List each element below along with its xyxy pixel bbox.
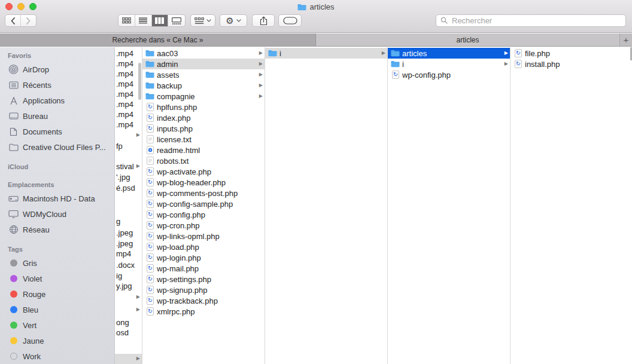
file-row-partial[interactable]: ong bbox=[115, 317, 142, 328]
file-row-file-php[interactable]: ↻file.php bbox=[511, 48, 632, 59]
sidebar-item-violet[interactable]: Violet bbox=[0, 271, 114, 286]
sidebar-item-vert[interactable]: Vert bbox=[0, 317, 114, 333]
file-name: wp-config-sample.php bbox=[157, 200, 263, 209]
search-input[interactable] bbox=[451, 16, 621, 26]
file-row-wp-cron-php[interactable]: ↻wp-cron.php bbox=[142, 220, 265, 231]
sidebar-item-documents[interactable]: Documents bbox=[0, 124, 114, 139]
file-row-articles[interactable]: articles▶ bbox=[388, 48, 510, 59]
sidebar-item-r-seau[interactable]: Réseau bbox=[0, 222, 114, 237]
file-row-install-php[interactable]: ↻install.php bbox=[511, 59, 632, 69]
file-row-wp-signup-php[interactable]: ↻wp-signup.php bbox=[142, 285, 265, 295]
search-field[interactable] bbox=[436, 14, 626, 27]
tag-button[interactable] bbox=[278, 14, 302, 27]
file-row-partial[interactable]: g bbox=[115, 216, 142, 227]
file-row-partial[interactable]: fp bbox=[115, 141, 142, 151]
file-row-partial[interactable]: ▶ bbox=[115, 292, 142, 302]
sidebar-item-creative-cloud-files-p[interactable]: Creative Cloud Files P... bbox=[0, 139, 114, 155]
file-row-partial[interactable]: .mp4 bbox=[115, 99, 142, 109]
sidebar-item-bleu[interactable]: Bleu bbox=[0, 302, 114, 317]
file-row-wp-config-php[interactable]: ↻wp-config.php bbox=[142, 209, 265, 220]
file-row-partial[interactable]: stival▶ bbox=[115, 161, 142, 172]
file-row-backup[interactable]: backup▶ bbox=[142, 80, 265, 91]
file-row-wp-comments-post-php[interactable]: ↻wp-comments-post.php bbox=[142, 188, 265, 198]
file-row-wp-config-sample-php[interactable]: ↻wp-config-sample.php bbox=[142, 198, 265, 209]
action-button[interactable]: ⚙ bbox=[220, 14, 247, 27]
file-row-partial[interactable]: ▶ bbox=[115, 130, 142, 140]
file-row-partial[interactable]: .jpeg bbox=[115, 228, 142, 238]
file-row-wp-links-opml-php[interactable]: ↻wp-links-opml.php bbox=[142, 231, 265, 241]
icon-view-icon bbox=[122, 17, 131, 24]
gallery-view-button[interactable] bbox=[168, 15, 185, 26]
file-row-inputs-php[interactable]: ↻inputs.php bbox=[142, 123, 265, 134]
file-row-wp-config-php[interactable]: ↻wp-config.php bbox=[388, 69, 510, 80]
file-row-partial[interactable]: .mp4 bbox=[115, 59, 142, 69]
file-row-partial[interactable]: mp4 bbox=[115, 249, 142, 259]
svg-text:↻: ↻ bbox=[147, 168, 152, 175]
file-row-readme-html[interactable]: readme.html bbox=[142, 145, 265, 155]
file-column-4: articles▶i▶↻wp-config.php bbox=[388, 47, 511, 364]
file-row-license-txt[interactable]: license.txt bbox=[142, 134, 265, 145]
file-row-assets[interactable]: assets▶ bbox=[142, 69, 265, 80]
file-row-wp-activate-php[interactable]: ↻wp-activate.php bbox=[142, 166, 265, 177]
file-row-partial[interactable]: .mp4 bbox=[115, 79, 142, 89]
file-row-partial[interactable]: .mp4 bbox=[115, 120, 142, 130]
file-row-xmlrpc-php[interactable]: ↻xmlrpc.php bbox=[142, 306, 265, 317]
file-row-partial[interactable]: y.jpg bbox=[115, 281, 142, 291]
list-view-icon bbox=[139, 17, 147, 24]
file-row-wp-blog-header-php[interactable]: ↻wp-blog-header.php bbox=[142, 177, 265, 188]
add-scope-button[interactable]: + bbox=[619, 33, 632, 46]
list-view-button[interactable] bbox=[135, 15, 152, 26]
file-row-partial[interactable]: .mp4 bbox=[115, 69, 142, 79]
scope-tab-this-mac[interactable]: Recherche dans « Ce Mac » bbox=[0, 33, 316, 46]
file-row-compagnie[interactable]: compagnie▶ bbox=[142, 91, 265, 102]
file-name: admin bbox=[157, 60, 257, 69]
sidebar-item-work[interactable]: Work bbox=[0, 348, 114, 364]
php-file-icon: ↻ bbox=[145, 243, 154, 251]
file-row-i[interactable]: i▶ bbox=[265, 48, 387, 59]
sidebar-item-gris[interactable]: Gris bbox=[0, 255, 114, 271]
file-row-robots-txt[interactable]: robots.txt bbox=[142, 155, 265, 166]
file-name: stival bbox=[116, 161, 134, 172]
file-row-partial[interactable]: .mp4 bbox=[115, 109, 142, 120]
scope-tab-articles[interactable]: articles bbox=[316, 33, 619, 46]
group-button[interactable] bbox=[190, 14, 215, 27]
document-icon bbox=[8, 127, 19, 136]
icon-view-button[interactable] bbox=[118, 15, 135, 26]
file-row-wp-settings-php[interactable]: ↻wp-settings.php bbox=[142, 274, 265, 285]
file-name: .mp4 bbox=[116, 79, 133, 89]
folder-icon bbox=[145, 82, 154, 89]
disclosure-arrow-icon: ▶ bbox=[257, 62, 263, 66]
file-row-index-php[interactable]: ↻index.php bbox=[142, 112, 265, 123]
sidebar-item-r-cents[interactable]: Récents bbox=[0, 77, 114, 93]
file-row-hplfuns-php[interactable]: ↻hplfuns.php bbox=[142, 102, 265, 112]
file-row-wp-mail-php[interactable]: ↻wp-mail.php bbox=[142, 263, 265, 274]
file-row-wp-load-php[interactable]: ↻wp-load.php bbox=[142, 241, 265, 252]
file-row-partial[interactable]: '.jpg bbox=[115, 172, 142, 182]
file-row-aac03[interactable]: aac03▶ bbox=[142, 48, 265, 59]
file-row-admin[interactable]: admin▶ bbox=[142, 59, 265, 69]
file-row-partial[interactable]: .mp4 bbox=[115, 89, 142, 99]
column-view-button[interactable] bbox=[152, 15, 169, 26]
sidebar-item-bureau[interactable]: Bureau bbox=[0, 108, 114, 124]
file-row-partial[interactable]: ig bbox=[115, 271, 142, 281]
share-button[interactable] bbox=[252, 14, 275, 27]
file-row-partial[interactable]: .jpeg bbox=[115, 238, 142, 249]
file-row-partial[interactable]: ▶ bbox=[115, 305, 142, 315]
file-row-partial[interactable]: é.psd bbox=[115, 183, 142, 193]
file-row-wp-login-php[interactable]: ↻wp-login.php bbox=[142, 252, 265, 263]
file-row-partial[interactable]: .docx bbox=[115, 260, 142, 270]
php-file-icon: ↻ bbox=[145, 124, 154, 133]
file-row-partial[interactable]: ▶ bbox=[115, 354, 142, 364]
forward-button[interactable] bbox=[21, 15, 36, 26]
sidebar-item-applications[interactable]: Applications bbox=[0, 93, 114, 108]
file-row-partial[interactable]: .mp4 bbox=[115, 48, 142, 59]
sidebar-item-jaune[interactable]: Jaune bbox=[0, 333, 114, 348]
sidebar-item-macintosh-hd-data[interactable]: Macintosh HD - Data bbox=[0, 191, 114, 206]
sidebar-item-wdmycloud[interactable]: WDMyCloud bbox=[0, 206, 114, 222]
file-row-i[interactable]: i▶ bbox=[388, 59, 510, 69]
file-row-wp-trackback-php[interactable]: ↻wp-trackback.php bbox=[142, 295, 265, 306]
back-button[interactable] bbox=[5, 15, 20, 26]
sidebar-item-rouge[interactable]: Rouge bbox=[0, 286, 114, 302]
file-row-partial[interactable]: osd bbox=[115, 328, 142, 338]
sidebar-item-airdrop[interactable]: AirDrop bbox=[0, 62, 114, 77]
